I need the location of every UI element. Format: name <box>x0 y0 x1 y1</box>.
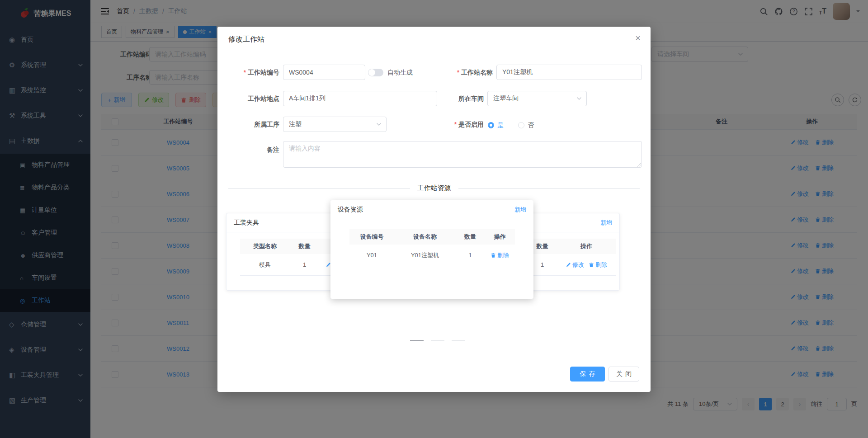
equipment-card-title: 设备资源 <box>338 206 363 214</box>
location-input[interactable] <box>283 91 437 106</box>
carousel-dash-3[interactable] <box>452 340 465 341</box>
section-title: 工作站资源 <box>417 184 451 193</box>
third-add-link[interactable]: 新增 <box>600 219 612 227</box>
process-select[interactable]: 注塑 <box>283 117 387 132</box>
dialog-close-button[interactable]: 关闭 <box>609 367 639 381</box>
remark-textarea[interactable] <box>283 141 642 168</box>
enabled-label: 是否启用 <box>422 117 484 132</box>
enabled-yes-radio[interactable]: 是 <box>488 121 504 129</box>
name-label: 工作站名称 <box>431 65 493 80</box>
process-label: 所属工序 <box>217 117 279 132</box>
close-icon[interactable]: × <box>635 33 641 43</box>
equipment-resource-card: 设备资源 新增 设备编号 设备名称 数量 操作 Y01 Y01注塑机 1 删除 <box>330 200 533 299</box>
chevron-down-icon <box>576 96 582 101</box>
dialog-title: 修改工作站 <box>228 35 264 44</box>
third-delete-link[interactable]: 删除 <box>589 261 607 269</box>
save-button[interactable]: 保存 <box>570 367 605 381</box>
radio-dot-icon <box>518 122 524 128</box>
equipment-qty-cell: 1 <box>456 252 485 259</box>
equipment-code-cell: Y01 <box>349 252 395 259</box>
location-label: 工作站地点 <box>217 91 279 106</box>
enabled-no-radio[interactable]: 否 <box>518 121 534 129</box>
fixture-card-title: 工装夹具 <box>234 219 259 227</box>
trash-icon <box>491 253 496 258</box>
radio-dot-icon <box>488 122 494 128</box>
code-input[interactable] <box>283 65 365 80</box>
trash-icon <box>589 262 594 268</box>
section-divider: 工作站资源 <box>228 184 640 193</box>
third-edit-link[interactable]: 修改 <box>566 261 584 269</box>
remark-label: 备注 <box>217 142 279 157</box>
fixture-type-cell: 模具 <box>240 261 290 269</box>
screen: 苦糖果MES ◉ 首页 ⚙ 系统管理 ▥ 系统监控 ⚒ 系统工具 ▤ 主数据 ▣… <box>0 0 868 438</box>
pencil-icon <box>566 262 571 268</box>
equipment-delete-link[interactable]: 删除 <box>491 251 509 259</box>
equipment-add-link[interactable]: 新增 <box>514 206 526 214</box>
carousel-indicators <box>410 340 465 341</box>
workshop-select[interactable]: 注塑车间 <box>487 91 587 106</box>
fixture-qty-cell: 1 <box>290 261 319 268</box>
carousel-dash-1[interactable] <box>410 340 424 341</box>
auto-generate-label: 自动生成 <box>387 65 413 80</box>
name-input[interactable] <box>496 65 642 80</box>
carousel-dash-2[interactable] <box>431 340 444 341</box>
equipment-name-cell: Y01注塑机 <box>395 251 456 259</box>
chevron-down-icon <box>376 122 382 127</box>
edit-workstation-dialog: 修改工作站 × 工作站编号 自动生成 工作站名称 工作站地点 所在车间 注塑车间… <box>217 27 651 392</box>
workshop-label: 所在车间 <box>422 91 484 106</box>
auto-generate-toggle[interactable] <box>368 69 383 76</box>
resize-handle-icon[interactable] <box>637 162 641 167</box>
code-label: 工作站编号 <box>217 65 279 80</box>
